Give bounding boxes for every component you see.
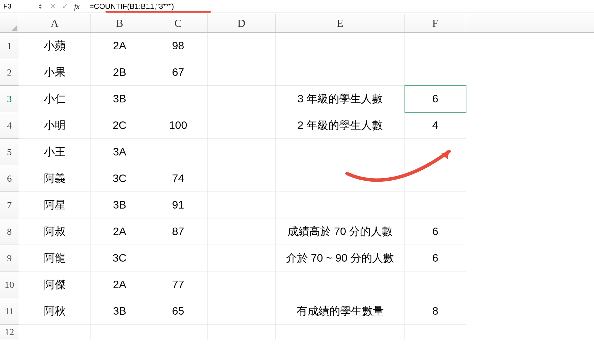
cell-A8[interactable]: 阿叔 bbox=[19, 218, 90, 245]
cell-E8[interactable]: 成績高於 70 分的人數 bbox=[276, 218, 405, 245]
cell-F12[interactable] bbox=[405, 325, 466, 340]
cell-A1[interactable]: 小蘋 bbox=[19, 33, 90, 59]
row-header[interactable]: 2 bbox=[0, 59, 19, 86]
cell-B9[interactable]: 3C bbox=[90, 245, 149, 271]
col-header-F[interactable]: F bbox=[405, 14, 466, 32]
cell-A5[interactable]: 小王 bbox=[19, 139, 90, 165]
cell-E4[interactable]: 2 年級的學生人數 bbox=[276, 112, 405, 139]
cell-F11[interactable]: 8 bbox=[405, 298, 466, 325]
row-header[interactable]: 4 bbox=[0, 112, 19, 139]
cell-C3[interactable] bbox=[149, 86, 208, 112]
cell-E11[interactable]: 有成績的學生數量 bbox=[276, 298, 405, 325]
formula-input[interactable]: =COUNTIF(B1:B11,"3**") bbox=[85, 2, 594, 11]
cell-E2[interactable] bbox=[276, 59, 405, 86]
cell-E3[interactable]: 3 年級的學生人數 bbox=[276, 86, 405, 112]
cell-E10[interactable] bbox=[276, 271, 405, 298]
cell-D1[interactable] bbox=[208, 33, 276, 59]
row-header[interactable]: 11 bbox=[0, 298, 19, 325]
cell-D3[interactable] bbox=[208, 86, 276, 112]
cell-B1[interactable]: 2A bbox=[90, 33, 149, 59]
fx-icon[interactable]: fx bbox=[74, 2, 80, 11]
row-header[interactable]: 5 bbox=[0, 139, 19, 165]
col-header-E[interactable]: E bbox=[276, 14, 405, 32]
row-header[interactable]: 6 bbox=[0, 165, 19, 192]
cell-C12[interactable] bbox=[149, 325, 208, 340]
cell-E1[interactable] bbox=[276, 33, 405, 59]
row-header[interactable]: 9 bbox=[0, 245, 19, 271]
cell-D8[interactable] bbox=[208, 218, 276, 245]
cell-B8[interactable]: 2A bbox=[90, 218, 149, 245]
cell-D12[interactable] bbox=[208, 325, 276, 340]
cell-B7[interactable]: 3B bbox=[90, 192, 149, 218]
cell-C7[interactable]: 91 bbox=[149, 192, 208, 218]
row-header[interactable]: 7 bbox=[0, 192, 19, 218]
cell-B5[interactable]: 3A bbox=[90, 139, 149, 165]
row-header[interactable]: 8 bbox=[0, 218, 19, 245]
cell-B10[interactable]: 2A bbox=[90, 271, 149, 298]
cell-B4[interactable]: 2C bbox=[90, 112, 149, 139]
cell-A9[interactable]: 阿龍 bbox=[19, 245, 90, 271]
cell-D6[interactable] bbox=[208, 165, 276, 192]
cell-A10[interactable]: 阿傑 bbox=[19, 271, 90, 298]
cell-F9[interactable]: 6 bbox=[405, 245, 466, 271]
col-header-D[interactable]: D bbox=[208, 14, 276, 32]
cell-C1[interactable]: 98 bbox=[149, 33, 208, 59]
cell-D5[interactable] bbox=[208, 139, 276, 165]
cell-C9[interactable] bbox=[149, 245, 208, 271]
cell-B2[interactable]: 2B bbox=[90, 59, 149, 86]
cell-C2[interactable]: 67 bbox=[149, 59, 208, 86]
cell-A12[interactable] bbox=[19, 325, 90, 340]
accept-formula-icon[interactable]: ✓ bbox=[62, 2, 68, 11]
cell-C10[interactable]: 77 bbox=[149, 271, 208, 298]
chevron-up-icon[interactable] bbox=[38, 4, 42, 6]
cell-D10[interactable] bbox=[208, 271, 276, 298]
cell-F1[interactable] bbox=[405, 33, 466, 59]
col-header-B[interactable]: B bbox=[90, 14, 149, 32]
cell-C8[interactable]: 87 bbox=[149, 218, 208, 245]
cell-F2[interactable] bbox=[405, 59, 466, 86]
cell-A6[interactable]: 阿義 bbox=[19, 165, 90, 192]
cell-A3[interactable]: 小仁 bbox=[19, 86, 90, 112]
cell-E6[interactable] bbox=[276, 165, 405, 192]
cancel-formula-icon[interactable]: ✕ bbox=[50, 2, 56, 11]
cell-C11[interactable]: 65 bbox=[149, 298, 208, 325]
row-header[interactable]: 12 bbox=[0, 325, 19, 340]
cell-F8[interactable]: 6 bbox=[405, 218, 466, 245]
cell-F3[interactable]: 6 bbox=[405, 86, 466, 112]
name-box[interactable]: F3 bbox=[0, 0, 44, 13]
cell-C6[interactable]: 74 bbox=[149, 165, 208, 192]
cell-E5[interactable] bbox=[276, 139, 405, 165]
row-header[interactable]: 10 bbox=[0, 271, 19, 298]
cell-D9[interactable] bbox=[208, 245, 276, 271]
cell-A11[interactable]: 阿秋 bbox=[19, 298, 90, 325]
row-header[interactable]: 3 bbox=[0, 86, 19, 112]
cell-D2[interactable] bbox=[208, 59, 276, 86]
cell-E7[interactable] bbox=[276, 192, 405, 218]
cell-D11[interactable] bbox=[208, 298, 276, 325]
cell-D4[interactable] bbox=[208, 112, 276, 139]
cell-E12[interactable] bbox=[276, 325, 405, 340]
cell-C4[interactable]: 100 bbox=[149, 112, 208, 139]
cell-F6[interactable] bbox=[405, 165, 466, 192]
name-box-spinner[interactable] bbox=[38, 4, 42, 9]
col-header-C[interactable]: C bbox=[149, 14, 208, 32]
cell-B6[interactable]: 3C bbox=[90, 165, 149, 192]
cell-A2[interactable]: 小果 bbox=[19, 59, 90, 86]
select-all-corner[interactable] bbox=[0, 14, 19, 32]
cell-A4[interactable]: 小明 bbox=[19, 112, 90, 139]
cell-F7[interactable] bbox=[405, 192, 466, 218]
cell-B3[interactable]: 3B bbox=[90, 86, 149, 112]
cell-C5[interactable] bbox=[149, 139, 208, 165]
cell-D7[interactable] bbox=[208, 192, 276, 218]
cell-F5[interactable] bbox=[405, 139, 466, 165]
cell-E9[interactable]: 介於 70 ~ 90 分的人數 bbox=[276, 245, 405, 271]
cell-F4[interactable]: 4 bbox=[405, 112, 466, 139]
col-header-A[interactable]: A bbox=[19, 14, 90, 32]
row-header[interactable]: 1 bbox=[0, 33, 19, 59]
chevron-down-icon[interactable] bbox=[38, 7, 42, 9]
cell-B12[interactable] bbox=[90, 325, 149, 340]
cell-F10[interactable] bbox=[405, 271, 466, 298]
cell-B11[interactable]: 3B bbox=[90, 298, 149, 325]
row: 2小果2B67 bbox=[0, 59, 594, 86]
cell-A7[interactable]: 阿星 bbox=[19, 192, 90, 218]
